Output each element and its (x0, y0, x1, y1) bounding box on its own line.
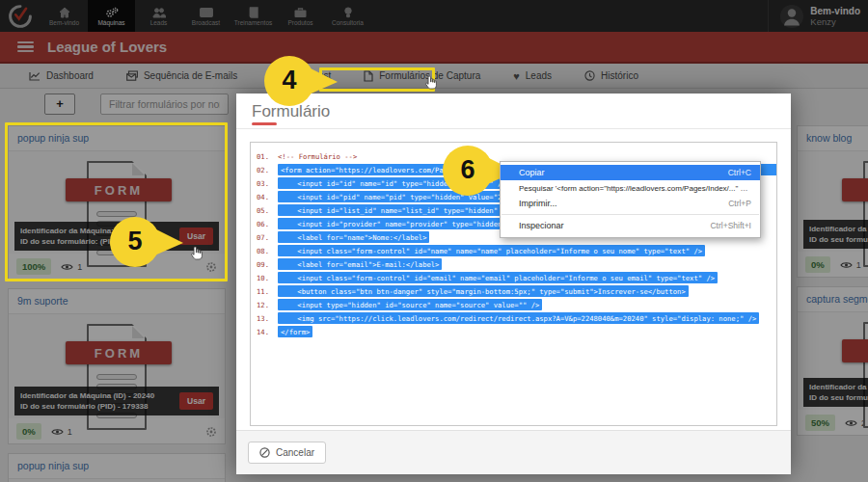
context-menu-inspect[interactable]: Inspecionar Ctrl+Shift+I (501, 218, 760, 233)
cancel-button[interactable]: Cancelar (248, 442, 326, 464)
callout-number: 4 (275, 66, 304, 95)
callout-number: 6 (453, 155, 482, 185)
hand-cursor-icon (425, 75, 438, 94)
hand-cursor-icon (191, 246, 203, 264)
cancel-label: Cancelar (276, 447, 314, 458)
browser-context-menu: Copiar Ctrl+C Pesquisar '<form action="h… (500, 161, 761, 238)
modal-footer: Cancelar (236, 430, 791, 474)
cancel-icon (259, 447, 270, 458)
code-line: 11. <button class="btn btn-danger" style… (257, 285, 771, 299)
code-line: 14.</form> (257, 326, 771, 339)
code-line: 09. <label for="email">E-mail:</label> (257, 258, 771, 272)
callout-step-4: 4 (262, 53, 338, 109)
code-line: 08. <input class="form-control" id="name… (257, 245, 771, 258)
code-line: 12. <input type="hidden" id="source" nam… (257, 299, 771, 312)
callout-step-5: 5 (108, 214, 183, 270)
context-menu-print[interactable]: Imprimir... Ctrl+P (501, 196, 760, 211)
context-menu-search-google[interactable]: Pesquisar '<form action="https://leadlov… (501, 180, 760, 196)
leadlovers-app: Bem-vindo Máquinas Leads Broadcast Trein… (0, 0, 868, 482)
spellcheck-underline (252, 122, 277, 125)
context-menu-copy[interactable]: Copiar Ctrl+C (501, 165, 760, 180)
context-menu-separator (502, 214, 759, 215)
code-line: 13. <img src="https://click.leadlovers.c… (257, 312, 771, 326)
callout-number: 5 (121, 227, 149, 256)
code-line: 10. <input class="form-control" id="emai… (257, 272, 771, 285)
